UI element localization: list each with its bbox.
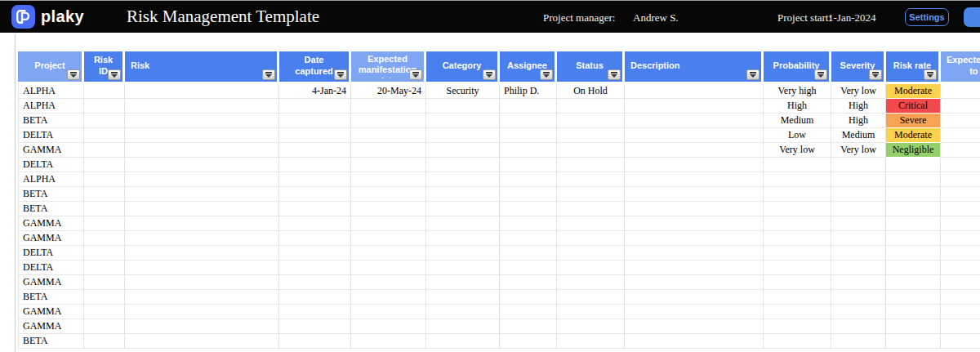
cell-project[interactable]: ALPHA bbox=[18, 172, 84, 187]
cell-severity[interactable]: High bbox=[831, 114, 886, 128]
cell-expected_manifestation_date[interactable] bbox=[351, 128, 426, 143]
cell-probability[interactable]: Medium bbox=[764, 114, 831, 128]
cell-category[interactable] bbox=[426, 334, 500, 349]
cell-date_captured[interactable] bbox=[279, 216, 351, 231]
column-header-risk_id[interactable]: Risk ID bbox=[84, 51, 125, 84]
cell-expected_manifestation_date[interactable] bbox=[351, 99, 426, 114]
cell-risk_id[interactable] bbox=[84, 246, 125, 261]
cell-risk_id[interactable] bbox=[84, 290, 125, 305]
cell-category[interactable] bbox=[426, 305, 500, 319]
cell-description[interactable] bbox=[625, 261, 764, 275]
filter-dropdown-button[interactable] bbox=[746, 69, 760, 80]
cell-description[interactable] bbox=[625, 84, 764, 99]
cell-category[interactable] bbox=[426, 319, 500, 334]
cell-risk[interactable] bbox=[125, 246, 279, 261]
cell-assignee[interactable] bbox=[500, 172, 557, 187]
filter-dropdown-button[interactable] bbox=[608, 69, 621, 80]
cell-expected_response[interactable] bbox=[941, 99, 980, 114]
cell-risk_rate[interactable] bbox=[886, 261, 941, 275]
column-header-severity[interactable]: Severity bbox=[831, 51, 886, 84]
cell-assignee[interactable] bbox=[500, 128, 557, 143]
filter-dropdown-button[interactable] bbox=[924, 69, 937, 80]
cell-probability[interactable] bbox=[764, 202, 831, 216]
cell-severity[interactable] bbox=[831, 246, 886, 261]
cell-category[interactable] bbox=[426, 275, 500, 290]
cell-project[interactable]: GAMMA bbox=[18, 319, 84, 334]
cell-date_captured[interactable] bbox=[279, 172, 351, 187]
cell-description[interactable] bbox=[625, 202, 764, 216]
cell-description[interactable] bbox=[625, 143, 764, 158]
cell-description[interactable] bbox=[625, 187, 764, 202]
cell-risk_id[interactable] bbox=[84, 114, 125, 128]
cell-expected_response[interactable] bbox=[941, 231, 980, 246]
cell-assignee[interactable] bbox=[500, 216, 557, 231]
cell-risk[interactable] bbox=[125, 319, 279, 334]
cell-status[interactable] bbox=[557, 99, 625, 114]
cell-assignee[interactable] bbox=[500, 261, 557, 275]
cell-risk_rate[interactable] bbox=[886, 187, 941, 202]
cell-assignee[interactable] bbox=[500, 114, 557, 128]
filter-dropdown-button[interactable] bbox=[334, 69, 347, 80]
cell-expected_manifestation_date[interactable] bbox=[351, 231, 426, 246]
cell-risk_rate[interactable] bbox=[886, 334, 941, 349]
cell-date_captured[interactable]: 4-Jan-24 bbox=[279, 84, 351, 99]
cell-severity[interactable] bbox=[831, 202, 886, 216]
cell-category[interactable] bbox=[426, 158, 500, 172]
cell-project[interactable]: BETA bbox=[18, 114, 84, 128]
cell-risk_rate[interactable] bbox=[886, 231, 941, 246]
cell-risk_rate[interactable]: Severe bbox=[886, 114, 941, 128]
cell-probability[interactable] bbox=[764, 187, 831, 202]
cell-expected_manifestation_date[interactable] bbox=[351, 114, 426, 128]
cell-risk_rate[interactable] bbox=[886, 305, 941, 319]
cell-assignee[interactable] bbox=[500, 319, 557, 334]
cell-probability[interactable] bbox=[764, 334, 831, 349]
cell-status[interactable] bbox=[557, 114, 625, 128]
cell-risk_id[interactable] bbox=[84, 158, 125, 172]
cell-category[interactable] bbox=[426, 187, 500, 202]
cell-status[interactable] bbox=[557, 319, 625, 334]
cell-project[interactable]: GAMMA bbox=[18, 143, 84, 158]
cell-description[interactable] bbox=[625, 172, 764, 187]
cell-description[interactable] bbox=[625, 128, 764, 143]
cell-date_captured[interactable] bbox=[279, 261, 351, 275]
cell-expected_response[interactable] bbox=[941, 334, 980, 349]
cell-expected_response[interactable] bbox=[941, 261, 980, 275]
cell-date_captured[interactable] bbox=[279, 99, 351, 114]
cell-status[interactable] bbox=[557, 216, 625, 231]
cell-risk_id[interactable] bbox=[84, 261, 125, 275]
cell-assignee[interactable] bbox=[500, 305, 557, 319]
cell-risk_rate[interactable] bbox=[886, 275, 941, 290]
cell-project[interactable]: BETA bbox=[18, 187, 84, 202]
cell-expected_manifestation_date[interactable] bbox=[351, 261, 426, 275]
cell-date_captured[interactable] bbox=[279, 143, 351, 158]
cell-assignee[interactable] bbox=[500, 275, 557, 290]
cell-risk_rate[interactable] bbox=[886, 158, 941, 172]
cell-risk[interactable] bbox=[125, 99, 279, 114]
cell-expected_response[interactable] bbox=[941, 143, 980, 158]
cell-probability[interactable] bbox=[764, 246, 831, 261]
cell-probability[interactable]: Very low bbox=[764, 143, 831, 158]
column-header-probability[interactable]: Probability bbox=[764, 51, 831, 84]
cell-category[interactable] bbox=[426, 202, 500, 216]
cell-description[interactable] bbox=[625, 231, 764, 246]
cell-severity[interactable] bbox=[831, 216, 886, 231]
cell-risk_rate[interactable] bbox=[886, 319, 941, 334]
cell-project[interactable]: DELTA bbox=[18, 158, 84, 172]
cell-probability[interactable] bbox=[764, 231, 831, 246]
cell-status[interactable]: On Hold bbox=[557, 84, 625, 99]
cell-date_captured[interactable] bbox=[279, 319, 351, 334]
cell-risk[interactable] bbox=[125, 334, 279, 349]
column-header-category[interactable]: Category bbox=[426, 51, 500, 84]
cell-description[interactable] bbox=[625, 275, 764, 290]
settings-button[interactable]: Settings bbox=[905, 8, 949, 26]
cell-probability[interactable] bbox=[764, 290, 831, 305]
cell-status[interactable] bbox=[557, 202, 625, 216]
cell-category[interactable] bbox=[426, 231, 500, 246]
cell-risk_rate[interactable] bbox=[886, 202, 941, 216]
cell-probability[interactable]: High bbox=[764, 99, 831, 114]
cell-date_captured[interactable] bbox=[279, 246, 351, 261]
cell-status[interactable] bbox=[557, 172, 625, 187]
cell-probability[interactable] bbox=[764, 158, 831, 172]
cell-project[interactable]: GAMMA bbox=[18, 216, 84, 231]
cell-project[interactable]: GAMMA bbox=[18, 275, 84, 290]
